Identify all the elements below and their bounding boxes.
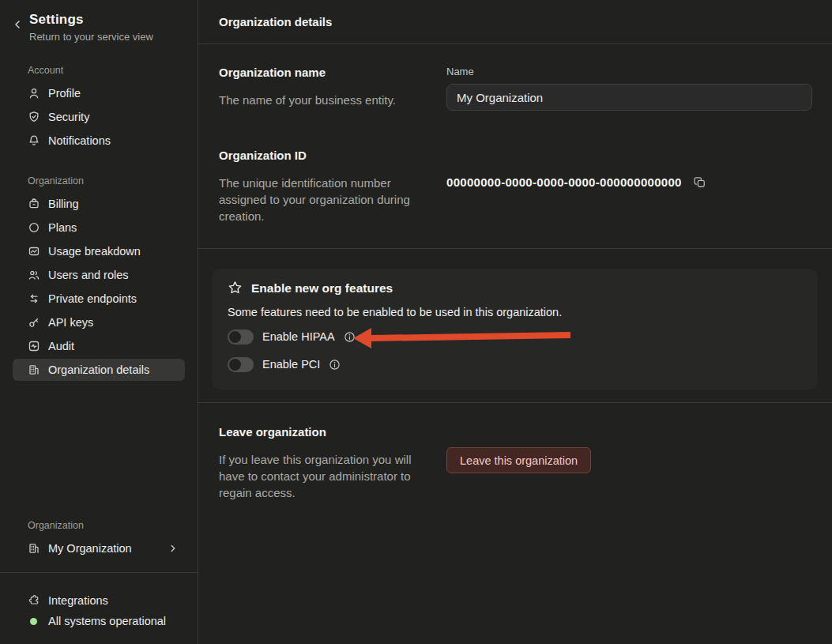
name-field-label: Name bbox=[446, 66, 812, 77]
sidebar-item-label: Profile bbox=[48, 87, 81, 100]
leave-org-heading: Leave organization bbox=[219, 425, 427, 439]
sidebar-item-label: Organization details bbox=[48, 363, 149, 376]
enable-hipaa-toggle[interactable] bbox=[228, 330, 254, 345]
org-name-input[interactable] bbox=[446, 84, 812, 111]
sidebar-item-usage-breakdown[interactable]: Usage breakdown bbox=[13, 240, 185, 262]
features-card-header: Enable new org features bbox=[228, 281, 802, 296]
back-chevron-icon[interactable] bbox=[11, 12, 24, 43]
puzzle-icon bbox=[28, 594, 40, 607]
leave-organization-button[interactable]: Leave this organization bbox=[446, 447, 591, 473]
sidebar-item-security[interactable]: Security bbox=[13, 106, 185, 128]
status-label: All systems operational bbox=[48, 615, 166, 627]
pulse-square-icon bbox=[28, 340, 40, 352]
features-card-heading: Enable new org features bbox=[251, 281, 393, 296]
integrations-link[interactable]: Integrations bbox=[13, 590, 185, 611]
sidebar-item-billing[interactable]: Billing bbox=[13, 193, 185, 215]
org-id-value-block: 00000000-0000-0000-0000-000000000000 bbox=[446, 149, 812, 224]
features-card: Enable new org features Some features ne… bbox=[212, 269, 818, 390]
section-label-organization: Organization bbox=[28, 175, 183, 186]
sidebar-item-label: Users and roles bbox=[48, 269, 129, 281]
sidebar-item-users-and-roles[interactable]: Users and roles bbox=[13, 264, 185, 286]
sidebar-bottom: Organization My Organization Integration… bbox=[0, 498, 198, 644]
status-dot-icon bbox=[30, 618, 37, 625]
sidebar-item-organization-details[interactable]: Organization details bbox=[13, 359, 185, 381]
sidebar-item-label: Billing bbox=[48, 198, 79, 210]
sidebar-item-private-endpoints[interactable]: Private endpoints bbox=[13, 288, 185, 310]
sidebar-item-label: API keys bbox=[48, 316, 93, 329]
org-name-section: Organization name The name of your busin… bbox=[198, 66, 832, 111]
key-icon bbox=[28, 316, 40, 329]
pci-toggle-row: Enable PCI bbox=[228, 355, 802, 374]
bell-icon bbox=[28, 134, 40, 147]
building-icon bbox=[28, 542, 40, 555]
org-name-heading: Organization name bbox=[219, 66, 427, 79]
hipaa-toggle-label: Enable HIPAA bbox=[262, 330, 335, 343]
star-icon bbox=[228, 281, 243, 296]
main-panel: Organization details Organization name T… bbox=[198, 0, 832, 644]
sidebar-item-notifications[interactable]: Notifications bbox=[13, 130, 185, 152]
enable-pci-toggle[interactable] bbox=[228, 357, 254, 372]
sidebar-footer: Integrations All systems operational bbox=[0, 572, 198, 644]
sidebar-title-block: Settings Return to your service view bbox=[29, 12, 153, 43]
sidebar-item-label: Notifications bbox=[48, 134, 111, 147]
org-name-info: Organization name The name of your busin… bbox=[219, 66, 446, 111]
section-label-account: Account bbox=[28, 65, 183, 76]
org-switcher-section-label: Organization bbox=[28, 520, 183, 531]
toggle-knob bbox=[229, 331, 241, 343]
chart-wave-icon bbox=[28, 245, 40, 258]
hipaa-info-icon[interactable] bbox=[344, 331, 356, 343]
building-icon bbox=[28, 363, 40, 376]
users-icon bbox=[28, 269, 40, 281]
section-divider bbox=[198, 402, 832, 403]
sidebar-item-plans[interactable]: Plans bbox=[13, 217, 185, 239]
swap-arrows-icon bbox=[28, 292, 40, 305]
integrations-label: Integrations bbox=[48, 594, 108, 607]
org-id-description: The unique identification number assigne… bbox=[219, 175, 416, 224]
features-card-description: Some features need to be enabled to be u… bbox=[228, 306, 802, 318]
hipaa-toggle-row: Enable HIPAA bbox=[228, 327, 802, 346]
pci-info-icon[interactable] bbox=[329, 359, 341, 371]
page-title: Organization details bbox=[198, 0, 832, 44]
sidebar-item-profile[interactable]: Profile bbox=[13, 82, 185, 104]
leave-org-action: Leave this organization bbox=[446, 425, 812, 501]
sidebar-item-label: Usage breakdown bbox=[48, 245, 141, 258]
sidebar-item-api-keys[interactable]: API keys bbox=[13, 311, 185, 333]
toggle-knob bbox=[229, 359, 241, 371]
sidebar-item-label: Audit bbox=[48, 340, 74, 352]
sidebar-item-label: Private endpoints bbox=[48, 292, 137, 305]
org-id-section: Organization ID The unique identificatio… bbox=[198, 149, 832, 224]
circle-icon bbox=[28, 221, 40, 234]
shield-check-icon bbox=[28, 111, 40, 123]
copy-icon[interactable] bbox=[693, 175, 706, 189]
sidebar-subtitle: Return to your service view bbox=[29, 31, 153, 43]
sidebar-item-label: Plans bbox=[48, 221, 77, 234]
org-name-form: Name bbox=[446, 66, 812, 111]
org-name-description: The name of your business entity. bbox=[219, 92, 427, 108]
org-id-value: 00000000-0000-0000-0000-000000000000 bbox=[446, 175, 682, 189]
section-divider bbox=[198, 248, 832, 249]
leave-org-description: If you leave this organization you will … bbox=[219, 451, 416, 501]
org-switcher[interactable]: My Organization bbox=[13, 537, 185, 559]
app-window: Settings Return to your service view Acc… bbox=[0, 0, 832, 644]
leave-org-section: Leave organization If you leave this org… bbox=[198, 425, 832, 501]
chevron-right-icon bbox=[168, 543, 179, 554]
org-id-heading: Organization ID bbox=[219, 149, 427, 162]
org-id-info: Organization ID The unique identificatio… bbox=[219, 149, 446, 224]
sidebar-title: Settings bbox=[29, 12, 153, 28]
leave-org-info: Leave organization If you leave this org… bbox=[219, 425, 446, 501]
sidebar-item-label: Security bbox=[48, 111, 89, 123]
org-switcher-label: My Organization bbox=[48, 542, 160, 555]
pci-toggle-label: Enable PCI bbox=[262, 358, 320, 371]
wallet-icon bbox=[28, 198, 40, 210]
system-status-link[interactable]: All systems operational bbox=[13, 611, 185, 631]
sidebar-header: Settings Return to your service view bbox=[0, 0, 198, 43]
settings-sidebar: Settings Return to your service view Acc… bbox=[0, 0, 198, 644]
user-icon bbox=[28, 87, 40, 100]
sidebar-item-audit[interactable]: Audit bbox=[13, 335, 185, 357]
